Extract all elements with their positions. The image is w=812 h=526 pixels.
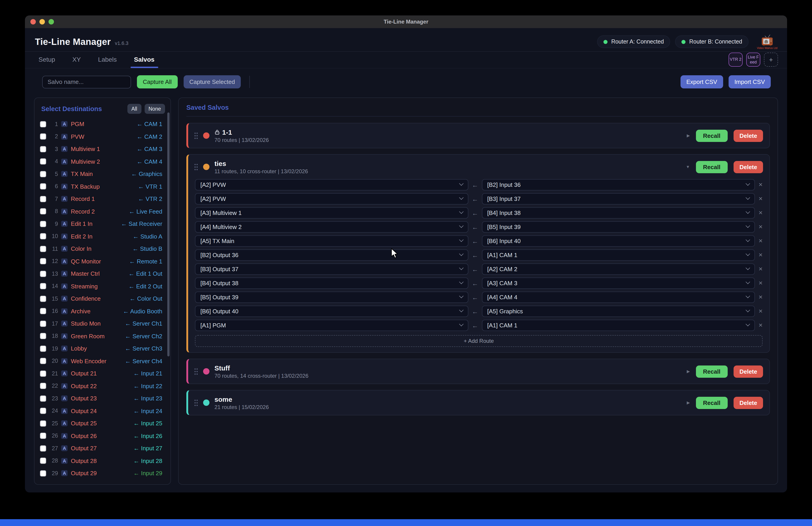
destination-checkbox[interactable] xyxy=(40,296,46,302)
import-csv-button[interactable]: Import CSV xyxy=(728,75,771,88)
destination-row[interactable]: 2APVW← CAM 2 xyxy=(34,130,171,143)
route-source-select[interactable]: [B5] Input 39 xyxy=(482,221,755,232)
remove-route-button[interactable]: × xyxy=(759,322,763,329)
recall-button[interactable]: Recall xyxy=(696,161,728,173)
route-destination-select[interactable]: [B5] Output 39 xyxy=(195,292,468,303)
route-destination-select[interactable]: [B4] Output 38 xyxy=(195,278,468,289)
destination-checkbox[interactable] xyxy=(40,133,46,140)
remove-route-button[interactable]: × xyxy=(759,265,763,273)
remove-route-button[interactable]: × xyxy=(759,251,763,259)
destination-checkbox[interactable] xyxy=(40,395,46,402)
route-destination-select[interactable]: [A5] TX Main xyxy=(195,235,468,247)
destination-row[interactable]: 10AEdit 2 In← Studio A xyxy=(34,230,171,243)
capture-all-button[interactable]: Capture All xyxy=(137,75,177,88)
destination-checkbox[interactable] xyxy=(40,246,46,252)
route-source-select[interactable]: [A4] CAM 4 xyxy=(482,292,755,303)
destination-row[interactable]: 3AMultiview 1← CAM 3 xyxy=(34,143,171,155)
tab-salvos[interactable]: Salvos xyxy=(130,52,158,68)
destination-checkbox[interactable] xyxy=(40,121,46,127)
destination-checkbox[interactable] xyxy=(40,470,46,477)
destination-checkbox[interactable] xyxy=(40,258,46,265)
expand-icon[interactable]: ▶ xyxy=(687,369,690,374)
select-none-button[interactable]: None xyxy=(144,104,165,114)
remove-route-button[interactable]: × xyxy=(759,279,763,287)
destination-checkbox[interactable] xyxy=(40,370,46,377)
destination-row[interactable]: 6ATX Backup← VTR 1 xyxy=(34,180,171,193)
route-source-select[interactable]: [B2] Input 36 xyxy=(482,179,755,190)
destination-row[interactable]: 1APGM← CAM 1 xyxy=(34,118,171,130)
destination-row[interactable]: 13AMaster Ctrl← Edit 1 Out xyxy=(34,268,171,280)
destination-checkbox[interactable] xyxy=(40,321,46,327)
route-destination-select[interactable]: [A2] PVW xyxy=(195,179,468,190)
destination-row[interactable]: 15AConfidence← Color Out xyxy=(34,293,171,305)
destination-checkbox[interactable] xyxy=(40,183,46,190)
destination-row[interactable]: 5ATX Main← Graphics xyxy=(34,168,171,180)
route-destination-select[interactable]: [A2] PVW xyxy=(195,193,468,204)
tab-setup[interactable]: Setup xyxy=(35,52,59,68)
delete-button[interactable]: Delete xyxy=(734,161,763,173)
destination-row[interactable]: 29AOutput 29← Input 29 xyxy=(34,467,171,480)
destination-checkbox[interactable] xyxy=(40,221,46,227)
destination-row[interactable]: 20AWeb Encoder← Server Ch4 xyxy=(34,355,171,367)
destination-checkbox[interactable] xyxy=(40,271,46,277)
route-destination-select[interactable]: [A1] PGM xyxy=(195,320,468,331)
destination-checkbox[interactable] xyxy=(40,333,46,339)
zoom-window-button[interactable] xyxy=(48,19,54,25)
destination-row[interactable]: 8ARecord 2← Live Feed xyxy=(34,205,171,218)
route-source-select[interactable]: [A2] CAM 2 xyxy=(482,264,755,275)
drag-handle-icon[interactable] xyxy=(194,163,198,171)
destination-row[interactable]: 14AStreaming← Edit 2 Out xyxy=(34,280,171,293)
destination-checkbox[interactable] xyxy=(40,158,46,165)
route-source-select[interactable]: [A1] CAM 1 xyxy=(482,250,755,261)
close-window-button[interactable] xyxy=(30,19,36,25)
destination-row[interactable]: 26AOutput 26← Input 26 xyxy=(34,430,171,442)
destination-row[interactable]: 23AOutput 23← Input 23 xyxy=(34,392,171,405)
destination-checkbox[interactable] xyxy=(40,345,46,352)
route-destination-select[interactable]: [B2] Output 36 xyxy=(195,250,468,261)
remove-route-button[interactable]: × xyxy=(759,195,763,203)
destination-row[interactable]: 11AColor In← Studio B xyxy=(34,243,171,255)
select-all-button[interactable]: All xyxy=(127,104,141,114)
destination-checkbox[interactable] xyxy=(40,208,46,215)
capture-selected-button[interactable]: Capture Selected xyxy=(184,75,241,88)
destination-checkbox[interactable] xyxy=(40,233,46,240)
drag-handle-icon[interactable] xyxy=(194,399,198,407)
destination-checkbox[interactable] xyxy=(40,171,46,177)
route-destination-select[interactable]: [B3] Output 37 xyxy=(195,264,468,275)
tab-xy[interactable]: XY xyxy=(69,52,84,68)
route-source-select[interactable]: [A1] CAM 1 xyxy=(482,320,755,331)
destination-row[interactable]: 9AEdit 1 In← Sat Receiver xyxy=(34,218,171,230)
drag-handle-icon[interactable] xyxy=(194,132,198,139)
destination-checkbox[interactable] xyxy=(40,445,46,452)
remove-route-button[interactable]: × xyxy=(759,308,763,315)
route-source-select[interactable]: [B3] Input 37 xyxy=(482,193,755,204)
recall-button[interactable]: Recall xyxy=(696,129,728,142)
delete-button[interactable]: Delete xyxy=(734,129,763,142)
remove-route-button[interactable]: × xyxy=(759,237,763,245)
destination-checkbox[interactable] xyxy=(40,283,46,289)
destination-checkbox[interactable] xyxy=(40,196,46,202)
collapse-icon[interactable]: ▼ xyxy=(686,165,690,169)
add-chip-button[interactable]: + xyxy=(764,53,778,67)
recall-button[interactable]: Recall xyxy=(696,365,728,378)
source-chip-live-feed[interactable]: Live Feed xyxy=(746,53,760,67)
remove-route-button[interactable]: × xyxy=(759,294,763,301)
destination-row[interactable]: 7ARecord 1← VTR 2 xyxy=(34,193,171,205)
destination-checkbox[interactable] xyxy=(40,383,46,389)
destination-checkbox[interactable] xyxy=(40,408,46,414)
destination-checkbox[interactable] xyxy=(40,146,46,152)
minimize-window-button[interactable] xyxy=(40,19,45,25)
destination-row[interactable]: 22AOutput 22← Input 22 xyxy=(34,380,171,392)
export-csv-button[interactable]: Export CSV xyxy=(681,75,723,88)
destination-row[interactable]: 24AOutput 24← Input 24 xyxy=(34,405,171,417)
route-destination-select[interactable]: [A3] Multiview 1 xyxy=(195,207,468,218)
destination-checkbox[interactable] xyxy=(40,420,46,427)
destinations-scrollbar[interactable] xyxy=(167,112,169,356)
destination-row[interactable]: 28AOutput 28← Input 28 xyxy=(34,455,171,467)
destination-checkbox[interactable] xyxy=(40,458,46,464)
route-destination-select[interactable]: [B6] Output 40 xyxy=(195,305,468,317)
destination-row[interactable]: 19ALobby← Server Ch3 xyxy=(34,342,171,355)
route-source-select[interactable]: [B6] Input 40 xyxy=(482,235,755,247)
destination-checkbox[interactable] xyxy=(40,433,46,439)
destination-row[interactable]: 17AStudio Mon← Server Ch1 xyxy=(34,317,171,330)
